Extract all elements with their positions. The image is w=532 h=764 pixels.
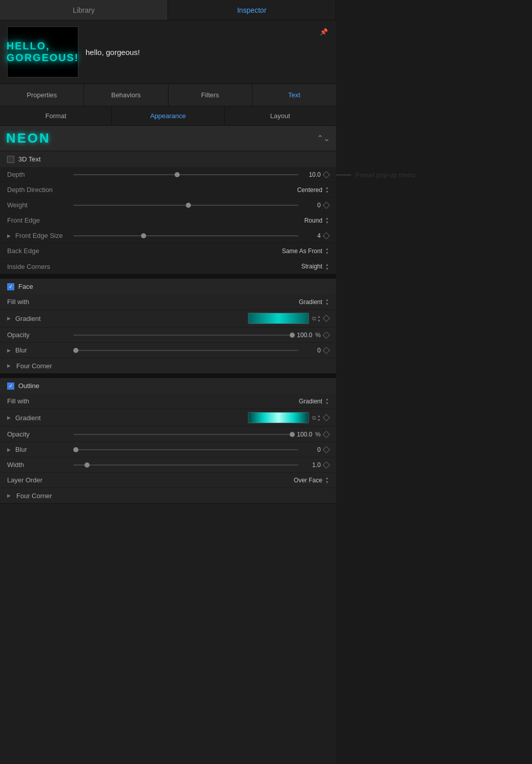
3d-text-checkbox[interactable]: [7, 156, 14, 163]
outline-width-slider[interactable]: [73, 465, 298, 466]
pin-icon[interactable]: 📌: [319, 26, 329, 37]
front-edge-size-keyframe[interactable]: [323, 232, 330, 239]
outline-four-corner-label: Four Corner: [16, 492, 52, 500]
face-blur-slider[interactable]: [73, 350, 298, 351]
inside-corners-label: Inside Corners: [7, 263, 73, 270]
face-gradient-expand[interactable]: ▶ Gradient: [7, 315, 73, 322]
section-face: Face Fill with Gradient ▲ ▼ ▶ Gradient: [0, 279, 336, 374]
outline-gradient-swatch[interactable]: [248, 412, 309, 423]
weight-slider[interactable]: [73, 205, 298, 206]
tab-inspector[interactable]: Inspector: [168, 0, 336, 20]
outline-blur-slider[interactable]: [73, 449, 298, 450]
face-four-corner-expand[interactable]: ▶ Four Corner: [7, 362, 52, 370]
front-edge-size-value[interactable]: 4: [301, 232, 321, 239]
text-subtab-bar: Format Appearance Layout: [0, 106, 336, 126]
outline-copy-icon[interactable]: ⧉: [312, 415, 316, 421]
tab-appearance[interactable]: Appearance: [112, 106, 224, 125]
preview-title: hello, gorgeous!: [86, 48, 312, 57]
face-gradient-stepper[interactable]: ▲ ▼: [317, 315, 321, 322]
copy-icon[interactable]: ⧉: [312, 315, 316, 322]
depth-value[interactable]: 10.0: [301, 171, 321, 178]
outline-fill-stepper[interactable]: ▲ ▼: [325, 397, 329, 405]
back-edge-stepper[interactable]: ▲ ▼: [325, 247, 329, 255]
preset-bar[interactable]: NEON ⌃⌄: [0, 126, 336, 151]
inside-corners-row: Inside Corners Straight ▲ ▼: [0, 259, 336, 274]
outline-checkbox[interactable]: [7, 383, 14, 390]
inside-corners-stepper[interactable]: ▲ ▼: [325, 263, 329, 270]
front-edge-value-container: Round ▲ ▼: [73, 216, 329, 224]
outline-opacity-keyframe[interactable]: [323, 430, 330, 438]
inside-corners-value-container: Straight ▲ ▼: [73, 263, 329, 270]
face-gradient-label: Gradient: [15, 315, 41, 322]
outline-gradient-expand[interactable]: ▶ Gradient: [7, 414, 73, 422]
face-blur-expand-icon: ▶: [7, 348, 12, 353]
outline-width-keyframe[interactable]: [323, 461, 330, 468]
outline-blur-expand-icon: ▶: [7, 447, 12, 452]
face-opacity-value[interactable]: 100.0: [293, 332, 312, 339]
face-blur-value-container: 0: [73, 347, 329, 354]
face-opacity-slider[interactable]: [73, 335, 290, 336]
section-3d-text: 3D Text Depth 10.0 Depth Direction Cente…: [0, 151, 336, 275]
outline-gradient-expand-icon: ▶: [7, 415, 12, 420]
depth-label: Depth: [7, 171, 73, 178]
tab-filters[interactable]: Filters: [169, 84, 253, 106]
depth-keyframe[interactable]: [323, 171, 330, 178]
front-edge-size-label: Front Edge Size: [15, 232, 63, 239]
weight-row: Weight 0: [0, 198, 336, 213]
outline-layer-order-row: Layer Order Over Face ▲ ▼: [0, 473, 336, 488]
face-label: Face: [18, 283, 33, 290]
depth-row: Depth 10.0: [0, 167, 336, 182]
outline-opacity-value[interactable]: 100.0: [293, 431, 312, 438]
front-edge-label: Front Edge: [7, 216, 73, 224]
face-gradient-swatch[interactable]: [248, 313, 309, 324]
outline-opacity-label: Opacity: [7, 430, 73, 438]
face-four-corner-label: Four Corner: [16, 362, 52, 370]
face-opacity-value-container: 100.0 %: [73, 332, 329, 339]
tab-properties[interactable]: Properties: [0, 84, 84, 106]
tab-library[interactable]: Library: [0, 0, 168, 20]
face-blur-keyframe[interactable]: [323, 346, 330, 353]
tab-format[interactable]: Format: [0, 106, 112, 125]
outline-gradient-keyframe[interactable]: [323, 414, 330, 421]
tab-layout[interactable]: Layout: [225, 106, 336, 125]
outline-layer-order-stepper[interactable]: ▲ ▼: [325, 476, 329, 484]
front-edge-size-expand[interactable]: ▶ Front Edge Size: [7, 232, 73, 239]
outline-width-value[interactable]: 1.0: [301, 461, 321, 469]
outline-width-label: Width: [7, 461, 73, 469]
outline-fill-value: Gradient: [299, 398, 322, 405]
front-edge-stepper[interactable]: ▲ ▼: [325, 216, 329, 224]
face-blur-value[interactable]: 0: [301, 347, 321, 354]
outline-blur-keyframe[interactable]: [323, 446, 330, 453]
weight-value-container: 0: [73, 202, 329, 209]
back-edge-value: Same As Front: [282, 248, 322, 255]
depth-direction-stepper[interactable]: ▲ ▼: [325, 186, 329, 194]
outline-fill-value-container: Gradient ▲ ▼: [73, 397, 329, 405]
outline-layer-order-label: Layer Order: [7, 476, 73, 484]
depth-slider[interactable]: [73, 174, 298, 175]
outline-gradient-row: ▶ Gradient ⧉ ▲ ▼: [0, 409, 336, 427]
face-gradient-keyframe[interactable]: [323, 315, 330, 322]
tab-behaviors[interactable]: Behaviors: [84, 84, 168, 106]
face-blur-row: ▶ Blur 0: [0, 343, 336, 358]
outline-four-corner-expand[interactable]: ▶ Four Corner: [7, 492, 52, 500]
outline-blur-value[interactable]: 0: [301, 446, 321, 453]
face-header: Face: [0, 279, 336, 294]
weight-value[interactable]: 0: [301, 202, 321, 209]
inside-corners-value: Straight: [301, 263, 322, 270]
face-gradient-icons: ⧉ ▲ ▼: [312, 315, 321, 322]
depth-direction-value: Centered: [297, 186, 322, 194]
outline-gradient-stepper[interactable]: ▲ ▼: [317, 414, 321, 422]
thumbnail-text: HELLO, GORGEOUS!: [7, 40, 79, 64]
outline-gradient-swatch-container: ⧉ ▲ ▼: [73, 412, 329, 423]
face-fill-stepper[interactable]: ▲ ▼: [325, 298, 329, 306]
face-four-corner-expand-icon: ▶: [7, 363, 12, 368]
face-opacity-keyframe[interactable]: [323, 331, 330, 338]
weight-keyframe[interactable]: [323, 201, 330, 208]
tab-text[interactable]: Text: [253, 84, 336, 106]
face-blur-expand[interactable]: ▶ Blur: [7, 346, 73, 354]
face-checkbox[interactable]: [7, 283, 14, 290]
front-edge-size-slider[interactable]: [73, 235, 298, 236]
preview-thumbnail: HELLO, GORGEOUS!: [7, 26, 78, 77]
outline-blur-expand[interactable]: ▶ Blur: [7, 446, 73, 453]
outline-opacity-slider[interactable]: [73, 434, 290, 435]
